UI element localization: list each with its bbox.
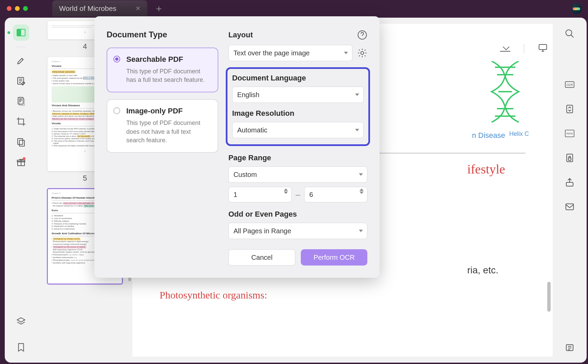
app-brand-icon[interactable] (571, 3, 582, 14)
divider (16, 47, 26, 47)
radio-icon (113, 56, 120, 62)
doc-subheading: Photosynthetic organisms: (160, 289, 526, 301)
chevron-down-icon (355, 129, 359, 131)
image-only-pdf-option[interactable]: Image-only PDF This type of PDF document… (107, 99, 218, 153)
divider (524, 44, 524, 53)
option-title: Searchable PDF (126, 55, 211, 64)
fullscreen-window-icon[interactable] (23, 6, 28, 11)
title-bar: World of Microbes ✕ ＋ (0, 0, 588, 17)
resolution-value: Automatic (237, 126, 268, 134)
perform-ocr-button[interactable]: Perform OCR (301, 249, 367, 266)
layout-label: Layout (228, 31, 253, 39)
left-sidebar (5, 18, 37, 363)
cancel-button[interactable]: Cancel (228, 249, 296, 266)
cancel-label: Cancel (251, 254, 272, 261)
highlighted-settings-group: Document Language English Image Resoluti… (226, 67, 370, 146)
image-resolution-label: Image Resolution (232, 109, 364, 118)
highlighter-tool-icon[interactable] (14, 53, 28, 68)
window-controls (7, 6, 28, 11)
page-range-value: Custom (234, 171, 257, 179)
notes-icon[interactable] (563, 342, 576, 354)
ocr-icon[interactable]: OCR (563, 78, 576, 91)
svg-rect-22 (566, 204, 574, 210)
language-value: English (237, 91, 260, 99)
stepper-up-icon[interactable] (360, 188, 364, 191)
svg-point-25 (361, 52, 364, 55)
layout-select[interactable]: Text over the page image (228, 45, 352, 61)
search-icon[interactable] (563, 27, 576, 40)
layout-value: Text over the page image (234, 49, 310, 57)
svg-text:OCR: OCR (566, 83, 573, 87)
svg-rect-21 (566, 182, 573, 186)
svg-text:PDF/A: PDF/A (566, 132, 573, 135)
odd-even-value: All Pages in Range (234, 227, 291, 235)
document-type-label: Document Type (107, 30, 218, 39)
tabs-area: World of Microbes ✕ ＋ (52, 0, 164, 17)
option-description: This type of PDF document has a full tex… (126, 67, 211, 84)
perform-label: Perform OCR (314, 254, 355, 261)
close-window-icon[interactable] (7, 6, 12, 11)
convert-icon[interactable] (563, 103, 576, 115)
page-range-label: Page Range (228, 153, 367, 162)
range-to-value: 6 (309, 191, 313, 199)
gear-icon[interactable] (357, 48, 367, 58)
stepper-down-icon[interactable] (284, 192, 288, 194)
mail-icon[interactable] (563, 200, 576, 213)
new-tab-button[interactable]: ＋ (154, 2, 164, 15)
helix-illustration: Helix C (485, 61, 529, 138)
minimize-window-icon[interactable] (15, 6, 20, 11)
odd-even-select[interactable]: All Pages in Range (228, 223, 367, 239)
range-to-input[interactable]: 6 (304, 187, 367, 202)
annotate-tool-icon[interactable] (14, 74, 28, 88)
odd-even-label: Odd or Even Pages (228, 210, 367, 219)
copy-tool-icon[interactable] (14, 135, 28, 149)
svg-rect-20 (568, 158, 571, 161)
close-tab-icon[interactable]: ✕ (135, 5, 141, 12)
ocr-dialog: Document Type Searchable PDF This type o… (94, 16, 380, 278)
svg-point-13 (566, 30, 572, 36)
document-language-label: Document Language (232, 74, 364, 83)
chevron-down-icon (359, 230, 363, 232)
range-from-input[interactable]: 1 (228, 187, 292, 202)
bookmark-icon[interactable] (14, 340, 28, 354)
language-select[interactable]: English (232, 87, 364, 103)
pdfa-icon[interactable]: PDF/A (563, 127, 576, 140)
svg-rect-4 (19, 140, 24, 146)
tab-world-of-microbes[interactable]: World of Microbes ✕ (52, 0, 147, 17)
svg-rect-3 (18, 139, 23, 145)
svg-rect-16 (567, 105, 573, 113)
stepper-down-icon[interactable] (360, 192, 364, 194)
option-description: This type of PDF document does not have … (126, 119, 211, 145)
resolution-select[interactable]: Automatic (232, 122, 364, 138)
presentation-icon[interactable] (538, 43, 548, 54)
pages-tool-icon[interactable] (14, 94, 28, 108)
chevron-down-icon (359, 174, 363, 176)
stepper-up-icon[interactable] (284, 188, 288, 191)
layers-icon[interactable] (14, 314, 28, 329)
searchable-pdf-option[interactable]: Searchable PDF This type of PDF document… (107, 48, 218, 92)
help-icon[interactable] (357, 30, 367, 40)
radio-icon (113, 107, 120, 114)
chevron-down-icon (344, 52, 348, 54)
tab-title: World of Microbes (59, 4, 116, 13)
right-sidebar: OCR PDF/A (553, 18, 587, 363)
crop-tool-icon[interactable] (14, 114, 28, 129)
gift-icon[interactable] (14, 155, 28, 169)
lock-file-icon[interactable] (563, 151, 576, 164)
range-from-value: 1 (234, 191, 237, 199)
dropdown-caret-icon[interactable] (500, 46, 510, 52)
svg-rect-12 (539, 44, 547, 50)
page-range-select[interactable]: Custom (228, 166, 367, 183)
document-scrollbar[interactable] (547, 282, 551, 312)
share-icon[interactable] (563, 176, 576, 189)
option-title: Image-only PDF (126, 107, 211, 115)
disease-label: n Disease (472, 131, 505, 140)
app-mode-icon[interactable] (13, 24, 29, 41)
chevron-down-icon (355, 94, 359, 96)
range-dash: – (296, 190, 300, 199)
top-right-toolbar (500, 43, 548, 54)
